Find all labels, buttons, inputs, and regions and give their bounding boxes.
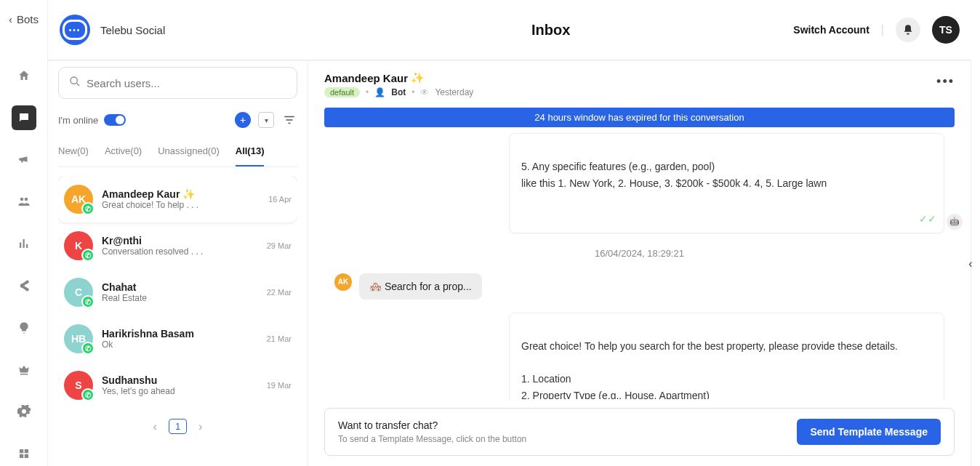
conversation-date: 29 Mar	[267, 241, 292, 250]
conversation-item[interactable]: C ✆ Chahat Real Estate 22 Mar	[58, 269, 297, 316]
megaphone-icon[interactable]	[12, 148, 36, 172]
conversation-name: Kr@nthi	[102, 235, 258, 246]
messages-scroll[interactable]: 5. Any specific features (e.g., garden, …	[308, 127, 971, 399]
conversation-name: Amandeep Kaur ✨	[102, 188, 260, 200]
conversation-preview: Ok	[102, 340, 258, 350]
conversation-date: 19 Mar	[267, 381, 292, 390]
expand-details-button[interactable]: ‹	[961, 61, 980, 466]
users-icon[interactable]	[12, 189, 36, 214]
send-template-button[interactable]: Send Template Message	[797, 419, 941, 445]
composer-subtitle: To send a Template Message, click on the…	[338, 434, 526, 444]
conversations-panel: I'm online + ▾ New(0) Active(0) Unassign…	[48, 61, 308, 466]
home-icon[interactable]	[12, 63, 36, 88]
search-input[interactable]	[87, 77, 286, 89]
composer-title: Want to transfer chat?	[338, 419, 526, 431]
bot-avatar-icon: 🤖	[947, 214, 963, 230]
bell-icon[interactable]	[896, 17, 920, 42]
conversation-preview: Yes, let's go ahead	[102, 386, 258, 396]
whatsapp-icon: ✆	[81, 249, 95, 262]
tab-all[interactable]: All(13)	[236, 145, 265, 166]
conversation-list: AK ✆ Amandeep Kaur ✨ Great choice! To he…	[58, 176, 297, 409]
chat-icon[interactable]	[12, 105, 36, 130]
conversation-name: Harikrishna Basam	[102, 328, 258, 340]
assigned-to: Bot	[391, 87, 406, 97]
switch-account-link[interactable]: Switch Account	[793, 24, 869, 36]
share-icon[interactable]	[12, 273, 36, 298]
conversation-date: 16 Apr	[268, 195, 292, 204]
prev-page-button[interactable]: ‹	[153, 420, 157, 433]
conversation-preview: Real Estate	[102, 293, 258, 303]
outgoing-message: Great choice! To help you search for the…	[509, 313, 944, 399]
status-pill: default	[324, 87, 360, 97]
more-actions-button[interactable]: •••	[936, 74, 955, 89]
nav-rail: ‹ Bots	[0, 0, 48, 466]
timestamp-divider: 16/04/2024, 18:29:21	[334, 248, 944, 259]
conversation-item[interactable]: K ✆ Kr@nthi Conversation resolved . . . …	[58, 222, 297, 269]
message-text: 5. Any specific features (e.g., garden, …	[521, 161, 827, 188]
whatsapp-icon: ✆	[81, 342, 95, 355]
person-icon: 👤	[374, 87, 385, 97]
add-conversation-button[interactable]: +	[235, 112, 251, 128]
conversation-name: Chahat	[102, 281, 258, 293]
conversation-item[interactable]: HB ✆ Harikrishna Basam Ok 21 Mar	[58, 316, 297, 362]
chat-panel: Amandeep Kaur ✨ default • 👤 Bot • 👁 Yest…	[308, 61, 971, 466]
tab-active[interactable]: Active(0)	[105, 145, 142, 166]
chevron-left-icon: ‹	[9, 13, 12, 25]
page-title: Inbox	[308, 22, 793, 39]
conversation-name: Sudhanshu	[102, 374, 258, 386]
incoming-message: 🏘️ Search for a prop...	[359, 273, 482, 300]
whatsapp-icon: ✆	[81, 295, 95, 308]
composer: Want to transfer chat? To send a Templat…	[324, 408, 955, 456]
brand-name: Telebu Social	[100, 24, 165, 36]
outgoing-message: 5. Any specific features (e.g., garden, …	[509, 133, 944, 233]
last-seen: Yesterday	[435, 87, 473, 97]
avatar: C ✆	[64, 278, 93, 307]
nav-back[interactable]: ‹ Bots	[9, 13, 39, 25]
conversation-preview: Great choice! To help . . .	[102, 200, 260, 210]
lightbulb-icon[interactable]	[12, 316, 36, 340]
expiry-banner: 24 hours window has expired for this con…	[324, 108, 955, 127]
eye-icon: 👁	[420, 87, 429, 97]
nav-back-label: Bots	[17, 13, 39, 25]
bar-chart-icon[interactable]	[12, 231, 36, 256]
layers-icon[interactable]	[12, 441, 36, 466]
pagination: ‹ 1 ›	[58, 409, 297, 444]
chat-header: Amandeep Kaur ✨ default • 👤 Bot • 👁 Yest…	[308, 61, 971, 103]
sparkle-icon: ✨	[411, 71, 425, 84]
tab-new[interactable]: New(0)	[58, 145, 89, 166]
avatar: AK ✆	[64, 185, 93, 214]
svg-point-0	[71, 77, 77, 84]
conversation-preview: Conversation resolved . . .	[102, 246, 258, 257]
dropdown-button[interactable]: ▾	[258, 112, 274, 128]
conversation-date: 21 Mar	[267, 334, 292, 343]
message-text: Great choice! To help you search for the…	[521, 340, 898, 399]
search-icon	[69, 76, 81, 90]
gear-icon[interactable]	[12, 399, 36, 424]
whatsapp-icon: ✆	[81, 388, 95, 401]
avatar: K ✆	[64, 231, 93, 260]
delivered-icon: ✓✓	[919, 211, 936, 227]
conversation-date: 22 Mar	[267, 288, 292, 297]
conversation-item[interactable]: S ✆ Sudhanshu Yes, let's go ahead 19 Mar	[58, 362, 297, 409]
avatar: HB ✆	[64, 324, 93, 353]
next-page-button[interactable]: ›	[198, 420, 202, 433]
avatar: S ✆	[64, 371, 93, 400]
crown-icon[interactable]	[12, 358, 36, 382]
page-number[interactable]: 1	[169, 419, 187, 434]
tab-unassigned[interactable]: Unassigned(0)	[158, 145, 220, 166]
whatsapp-icon: ✆	[81, 202, 95, 215]
account-avatar[interactable]: TS	[932, 16, 960, 44]
brand-logo-icon: •••	[60, 15, 90, 45]
search-box[interactable]	[58, 67, 297, 99]
online-toggle[interactable]	[104, 114, 126, 126]
brand: ••• Telebu Social	[60, 15, 308, 45]
online-status-label: I'm online	[58, 115, 98, 126]
conversation-tabs: New(0) Active(0) Unassigned(0) All(13)	[58, 145, 297, 167]
app-header: ••• Telebu Social Inbox Switch Account |…	[48, 0, 971, 61]
incoming-avatar: AK	[334, 273, 352, 291]
chat-contact-name: Amandeep Kaur	[324, 72, 408, 84]
sparkle-icon: ✨	[182, 188, 195, 200]
conversation-item[interactable]: AK ✆ Amandeep Kaur ✨ Great choice! To he…	[58, 176, 297, 222]
filter-icon[interactable]	[281, 112, 297, 128]
